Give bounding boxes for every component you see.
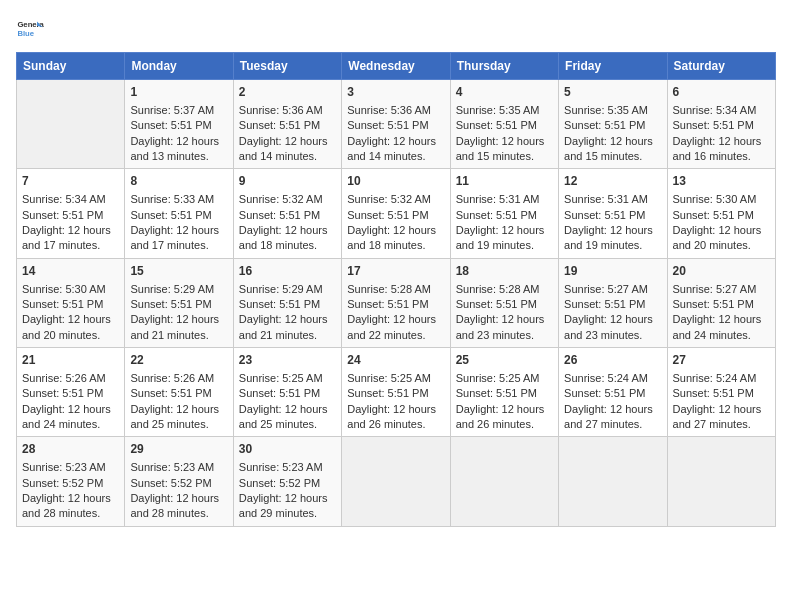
day-info: Sunrise: 5:36 AM Sunset: 5:51 PM Dayligh…	[239, 104, 328, 162]
calendar-cell: 20Sunrise: 5:27 AM Sunset: 5:51 PM Dayli…	[667, 258, 775, 347]
day-info: Sunrise: 5:28 AM Sunset: 5:51 PM Dayligh…	[347, 283, 436, 341]
weekday-header-thursday: Thursday	[450, 53, 558, 80]
day-info: Sunrise: 5:34 AM Sunset: 5:51 PM Dayligh…	[673, 104, 762, 162]
calendar-week-row: 1Sunrise: 5:37 AM Sunset: 5:51 PM Daylig…	[17, 80, 776, 169]
day-number: 30	[239, 441, 336, 458]
weekday-header-row: SundayMondayTuesdayWednesdayThursdayFrid…	[17, 53, 776, 80]
day-number: 3	[347, 84, 444, 101]
calendar-cell: 2Sunrise: 5:36 AM Sunset: 5:51 PM Daylig…	[233, 80, 341, 169]
day-info: Sunrise: 5:24 AM Sunset: 5:51 PM Dayligh…	[564, 372, 653, 430]
calendar-week-row: 7Sunrise: 5:34 AM Sunset: 5:51 PM Daylig…	[17, 169, 776, 258]
calendar-cell: 10Sunrise: 5:32 AM Sunset: 5:51 PM Dayli…	[342, 169, 450, 258]
calendar-cell	[667, 437, 775, 526]
day-number: 20	[673, 263, 770, 280]
weekday-header-sunday: Sunday	[17, 53, 125, 80]
day-info: Sunrise: 5:29 AM Sunset: 5:51 PM Dayligh…	[130, 283, 219, 341]
day-info: Sunrise: 5:24 AM Sunset: 5:51 PM Dayligh…	[673, 372, 762, 430]
logo: General Blue	[16, 16, 44, 44]
calendar-cell: 5Sunrise: 5:35 AM Sunset: 5:51 PM Daylig…	[559, 80, 667, 169]
calendar-cell: 25Sunrise: 5:25 AM Sunset: 5:51 PM Dayli…	[450, 348, 558, 437]
day-number: 9	[239, 173, 336, 190]
calendar-cell	[559, 437, 667, 526]
day-info: Sunrise: 5:30 AM Sunset: 5:51 PM Dayligh…	[673, 193, 762, 251]
day-info: Sunrise: 5:33 AM Sunset: 5:51 PM Dayligh…	[130, 193, 219, 251]
calendar-cell: 17Sunrise: 5:28 AM Sunset: 5:51 PM Dayli…	[342, 258, 450, 347]
day-info: Sunrise: 5:23 AM Sunset: 5:52 PM Dayligh…	[130, 461, 219, 519]
day-number: 27	[673, 352, 770, 369]
day-number: 18	[456, 263, 553, 280]
day-number: 15	[130, 263, 227, 280]
day-number: 22	[130, 352, 227, 369]
calendar-cell	[450, 437, 558, 526]
calendar-cell: 21Sunrise: 5:26 AM Sunset: 5:51 PM Dayli…	[17, 348, 125, 437]
calendar-cell: 16Sunrise: 5:29 AM Sunset: 5:51 PM Dayli…	[233, 258, 341, 347]
weekday-header-tuesday: Tuesday	[233, 53, 341, 80]
day-number: 10	[347, 173, 444, 190]
page-header: General Blue	[16, 16, 776, 44]
day-number: 1	[130, 84, 227, 101]
day-info: Sunrise: 5:32 AM Sunset: 5:51 PM Dayligh…	[347, 193, 436, 251]
calendar-cell	[17, 80, 125, 169]
day-info: Sunrise: 5:36 AM Sunset: 5:51 PM Dayligh…	[347, 104, 436, 162]
calendar-cell: 26Sunrise: 5:24 AM Sunset: 5:51 PM Dayli…	[559, 348, 667, 437]
calendar-cell: 24Sunrise: 5:25 AM Sunset: 5:51 PM Dayli…	[342, 348, 450, 437]
calendar-body: 1Sunrise: 5:37 AM Sunset: 5:51 PM Daylig…	[17, 80, 776, 527]
calendar-cell: 13Sunrise: 5:30 AM Sunset: 5:51 PM Dayli…	[667, 169, 775, 258]
day-info: Sunrise: 5:31 AM Sunset: 5:51 PM Dayligh…	[456, 193, 545, 251]
day-info: Sunrise: 5:27 AM Sunset: 5:51 PM Dayligh…	[564, 283, 653, 341]
day-info: Sunrise: 5:28 AM Sunset: 5:51 PM Dayligh…	[456, 283, 545, 341]
day-info: Sunrise: 5:37 AM Sunset: 5:51 PM Dayligh…	[130, 104, 219, 162]
day-info: Sunrise: 5:26 AM Sunset: 5:51 PM Dayligh…	[22, 372, 111, 430]
day-number: 19	[564, 263, 661, 280]
day-number: 17	[347, 263, 444, 280]
day-number: 21	[22, 352, 119, 369]
calendar-cell: 27Sunrise: 5:24 AM Sunset: 5:51 PM Dayli…	[667, 348, 775, 437]
day-info: Sunrise: 5:30 AM Sunset: 5:51 PM Dayligh…	[22, 283, 111, 341]
day-info: Sunrise: 5:26 AM Sunset: 5:51 PM Dayligh…	[130, 372, 219, 430]
day-info: Sunrise: 5:23 AM Sunset: 5:52 PM Dayligh…	[22, 461, 111, 519]
calendar-cell: 18Sunrise: 5:28 AM Sunset: 5:51 PM Dayli…	[450, 258, 558, 347]
calendar-week-row: 21Sunrise: 5:26 AM Sunset: 5:51 PM Dayli…	[17, 348, 776, 437]
calendar-cell: 11Sunrise: 5:31 AM Sunset: 5:51 PM Dayli…	[450, 169, 558, 258]
calendar-cell: 22Sunrise: 5:26 AM Sunset: 5:51 PM Dayli…	[125, 348, 233, 437]
day-info: Sunrise: 5:27 AM Sunset: 5:51 PM Dayligh…	[673, 283, 762, 341]
day-number: 26	[564, 352, 661, 369]
day-number: 5	[564, 84, 661, 101]
day-number: 23	[239, 352, 336, 369]
day-number: 12	[564, 173, 661, 190]
day-number: 24	[347, 352, 444, 369]
calendar-cell: 29Sunrise: 5:23 AM Sunset: 5:52 PM Dayli…	[125, 437, 233, 526]
logo-icon: General Blue	[16, 16, 44, 44]
weekday-header-friday: Friday	[559, 53, 667, 80]
day-number: 2	[239, 84, 336, 101]
calendar-cell: 9Sunrise: 5:32 AM Sunset: 5:51 PM Daylig…	[233, 169, 341, 258]
calendar-cell: 14Sunrise: 5:30 AM Sunset: 5:51 PM Dayli…	[17, 258, 125, 347]
day-info: Sunrise: 5:25 AM Sunset: 5:51 PM Dayligh…	[239, 372, 328, 430]
calendar-cell: 3Sunrise: 5:36 AM Sunset: 5:51 PM Daylig…	[342, 80, 450, 169]
calendar-week-row: 14Sunrise: 5:30 AM Sunset: 5:51 PM Dayli…	[17, 258, 776, 347]
day-number: 25	[456, 352, 553, 369]
day-info: Sunrise: 5:29 AM Sunset: 5:51 PM Dayligh…	[239, 283, 328, 341]
day-info: Sunrise: 5:35 AM Sunset: 5:51 PM Dayligh…	[456, 104, 545, 162]
calendar-cell: 4Sunrise: 5:35 AM Sunset: 5:51 PM Daylig…	[450, 80, 558, 169]
day-number: 29	[130, 441, 227, 458]
day-number: 6	[673, 84, 770, 101]
svg-text:Blue: Blue	[17, 29, 34, 38]
calendar-cell	[342, 437, 450, 526]
calendar-cell: 8Sunrise: 5:33 AM Sunset: 5:51 PM Daylig…	[125, 169, 233, 258]
calendar-cell: 30Sunrise: 5:23 AM Sunset: 5:52 PM Dayli…	[233, 437, 341, 526]
day-info: Sunrise: 5:32 AM Sunset: 5:51 PM Dayligh…	[239, 193, 328, 251]
calendar-cell: 6Sunrise: 5:34 AM Sunset: 5:51 PM Daylig…	[667, 80, 775, 169]
calendar-table: SundayMondayTuesdayWednesdayThursdayFrid…	[16, 52, 776, 527]
weekday-header-saturday: Saturday	[667, 53, 775, 80]
day-info: Sunrise: 5:31 AM Sunset: 5:51 PM Dayligh…	[564, 193, 653, 251]
day-info: Sunrise: 5:35 AM Sunset: 5:51 PM Dayligh…	[564, 104, 653, 162]
day-number: 14	[22, 263, 119, 280]
day-number: 4	[456, 84, 553, 101]
day-info: Sunrise: 5:34 AM Sunset: 5:51 PM Dayligh…	[22, 193, 111, 251]
calendar-cell: 28Sunrise: 5:23 AM Sunset: 5:52 PM Dayli…	[17, 437, 125, 526]
calendar-cell: 7Sunrise: 5:34 AM Sunset: 5:51 PM Daylig…	[17, 169, 125, 258]
calendar-cell: 23Sunrise: 5:25 AM Sunset: 5:51 PM Dayli…	[233, 348, 341, 437]
calendar-week-row: 28Sunrise: 5:23 AM Sunset: 5:52 PM Dayli…	[17, 437, 776, 526]
day-number: 8	[130, 173, 227, 190]
